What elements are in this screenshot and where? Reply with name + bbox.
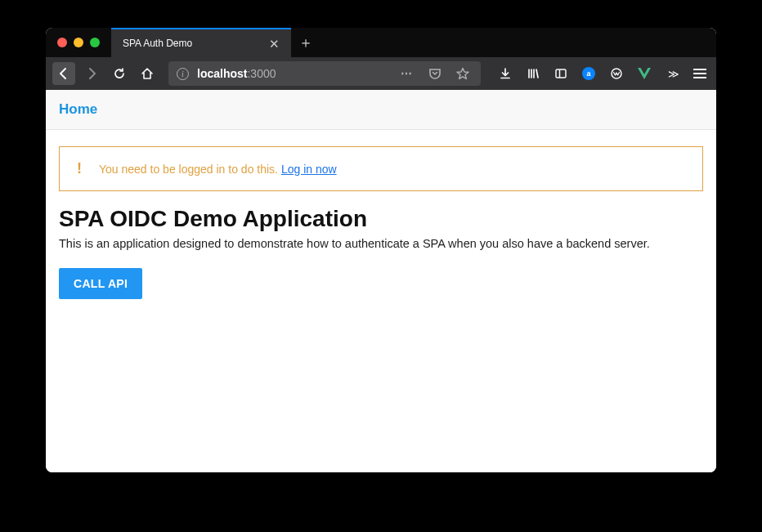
tab-bar: SPA Auth Demo ✕ ＋: [46, 28, 716, 57]
hamburger-icon: [693, 69, 706, 78]
window-traffic-lights: [46, 28, 111, 57]
tab-title: SPA Auth Demo: [123, 38, 258, 49]
call-api-button[interactable]: CALL API: [59, 268, 142, 299]
page-description: This is an application designed to demon…: [59, 237, 703, 250]
pocket-button[interactable]: [425, 64, 445, 83]
forward-button[interactable]: [80, 62, 103, 85]
download-icon: [499, 67, 512, 80]
warning-icon: !: [76, 160, 83, 177]
reload-icon: [113, 67, 126, 80]
toolbar-right-icons: a ≫: [491, 64, 710, 83]
alert-message: You need to be logged in to do this.: [99, 163, 281, 176]
extension-wappalyzer-button[interactable]: [607, 64, 626, 83]
login-link[interactable]: Log in now: [281, 163, 337, 176]
sidebar-button[interactable]: [551, 64, 571, 83]
extension-altair-button[interactable]: a: [579, 64, 598, 83]
site-info-icon[interactable]: i: [177, 68, 189, 80]
new-tab-button[interactable]: ＋: [291, 28, 320, 57]
url-text: localhost:3000: [197, 67, 276, 80]
star-icon: [456, 67, 469, 80]
home-icon: [141, 67, 154, 80]
pocket-icon: [428, 67, 442, 80]
library-icon: [527, 67, 540, 80]
page-actions-button[interactable]: ⋯: [397, 64, 417, 83]
browser-toolbar: i localhost:3000 ⋯: [46, 57, 716, 90]
home-button[interactable]: [136, 62, 159, 85]
app-nav-bar: Home: [46, 90, 716, 130]
reload-button[interactable]: [108, 62, 131, 85]
url-input[interactable]: i localhost:3000 ⋯: [168, 61, 481, 86]
nav-home-link[interactable]: Home: [59, 101, 97, 117]
browser-window: SPA Auth Demo ✕ ＋ i localhost:3000 ⋯: [46, 28, 716, 472]
alert-body: You need to be logged in to do this. Log…: [99, 163, 337, 176]
window-zoom-button[interactable]: [90, 38, 100, 47]
window-minimize-button[interactable]: [74, 38, 83, 47]
library-button[interactable]: [523, 64, 543, 83]
chevron-double-right-icon: ≫: [668, 68, 677, 80]
extension-vue-button[interactable]: [634, 64, 654, 83]
downloads-button[interactable]: [495, 64, 515, 83]
app-menu-button[interactable]: [690, 64, 710, 83]
svg-rect-0: [556, 69, 566, 78]
browser-tab-active[interactable]: SPA Auth Demo ✕: [111, 28, 291, 57]
login-required-alert: ! You need to be logged in to do this. L…: [59, 146, 703, 191]
window-close-button[interactable]: [57, 38, 67, 47]
extension-badge-icon: a: [582, 67, 595, 80]
vue-icon: [638, 68, 651, 79]
page-viewport: Home ! You need to be logged in to do th…: [46, 90, 716, 472]
overflow-button[interactable]: ≫: [662, 64, 682, 83]
page-title: SPA OIDC Demo Application: [59, 206, 703, 232]
page-content: ! You need to be logged in to do this. L…: [46, 130, 716, 315]
url-host: localhost: [197, 67, 247, 80]
arrow-left-icon: [57, 67, 70, 80]
sidebar-icon: [554, 67, 567, 80]
wappalyzer-icon: [610, 67, 623, 80]
tab-close-button[interactable]: ✕: [266, 36, 283, 51]
arrow-right-icon: [85, 67, 98, 80]
back-button[interactable]: [52, 62, 75, 85]
url-actions: ⋯: [397, 64, 473, 83]
bookmark-button[interactable]: [453, 64, 473, 83]
url-port: :3000: [247, 67, 276, 80]
